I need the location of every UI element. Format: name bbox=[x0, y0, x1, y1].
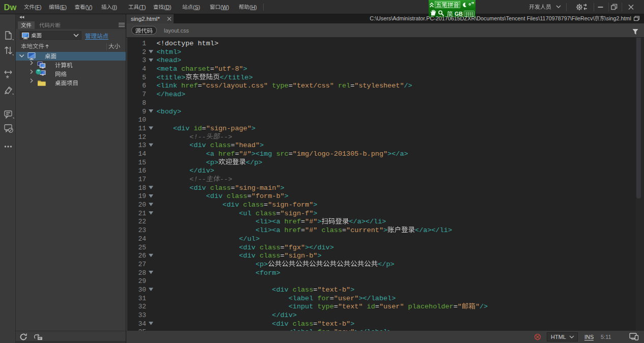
svg-text:=: = bbox=[301, 218, 305, 225]
svg-text:35: 35 bbox=[138, 328, 146, 336]
svg-text:href: href bbox=[181, 82, 198, 90]
svg-text:2: 2 bbox=[142, 48, 146, 56]
svg-text:=: = bbox=[198, 82, 202, 90]
svg-text:/>: /> bbox=[404, 82, 412, 90]
svg-text:(F): (F) bbox=[35, 4, 41, 10]
svg-text:27: 27 bbox=[138, 261, 146, 268]
svg-text:class: class bbox=[210, 141, 231, 149]
svg-text:1: 1 bbox=[142, 40, 146, 47]
svg-text:<div: <div bbox=[272, 286, 288, 294]
svg-text:<div: <div bbox=[206, 192, 222, 200]
svg-text:=: = bbox=[231, 184, 235, 192]
svg-text:for: for bbox=[317, 328, 329, 336]
svg-text:"utf-8": "utf-8" bbox=[214, 65, 243, 73]
svg-text:<p>: <p> bbox=[206, 159, 218, 166]
svg-text:26: 26 bbox=[138, 252, 146, 260]
svg-text:*: * bbox=[6, 74, 9, 83]
svg-text:<ul: <ul bbox=[239, 210, 251, 217]
svg-text:"sign-f": "sign-f" bbox=[281, 210, 314, 217]
svg-text:<link: <link bbox=[157, 82, 178, 90]
svg-text:>: > bbox=[317, 218, 321, 225]
svg-text:<div: <div bbox=[189, 141, 206, 149]
svg-text:"img/logo-201305-b.png": "img/logo-201305-b.png" bbox=[293, 150, 387, 158]
svg-text:10: 10 bbox=[138, 116, 146, 124]
svg-text:>: > bbox=[350, 320, 354, 328]
svg-text:=: = bbox=[454, 303, 458, 310]
svg-text:class: class bbox=[227, 192, 247, 200]
svg-text:29: 29 bbox=[138, 277, 146, 285]
svg-text:(I): (I) bbox=[112, 4, 117, 10]
svg-text:=: = bbox=[330, 328, 334, 336]
svg-text:class: class bbox=[260, 244, 281, 251]
svg-text:class: class bbox=[293, 286, 314, 294]
svg-text:-->: --> bbox=[220, 133, 232, 141]
svg-text:class: class bbox=[256, 210, 276, 217]
svg-text:charset: charset bbox=[181, 65, 210, 73]
svg-text:<!--: <!-- bbox=[189, 176, 206, 183]
svg-text:=: = bbox=[375, 303, 379, 310]
svg-text:20: 20 bbox=[138, 201, 146, 209]
svg-text:28: 28 bbox=[138, 269, 146, 277]
svg-text:=: = bbox=[210, 65, 214, 73]
svg-text:</p>: </p> bbox=[378, 261, 394, 268]
svg-text:=: = bbox=[231, 141, 235, 149]
svg-text:>: > bbox=[243, 65, 247, 73]
svg-text:><img: ><img bbox=[251, 150, 272, 158]
svg-text:12: 12 bbox=[138, 133, 146, 141]
svg-text:32: 32 bbox=[138, 303, 146, 310]
svg-text:7: 7 bbox=[142, 91, 146, 98]
svg-text:(T): (T) bbox=[139, 4, 146, 10]
svg-text:19: 19 bbox=[138, 192, 146, 200]
svg-text:(D): (D) bbox=[164, 4, 172, 10]
svg-text:"text-b": "text-b" bbox=[317, 320, 350, 328]
svg-text:=: = bbox=[264, 201, 268, 209]
svg-text:>: > bbox=[251, 125, 256, 132]
svg-text:”: ” bbox=[471, 1, 474, 8]
svg-text:"sign-b": "sign-b" bbox=[285, 252, 318, 260]
svg-text:<div: <div bbox=[239, 252, 256, 260]
svg-text:=: = bbox=[235, 150, 239, 158]
svg-text:layout.css: layout.css bbox=[164, 27, 189, 34]
svg-text:30: 30 bbox=[138, 286, 146, 294]
svg-text:<div: <div bbox=[173, 125, 189, 132]
svg-text:"user": "user" bbox=[334, 295, 359, 302]
svg-text:<label: <label bbox=[289, 328, 314, 336]
svg-text:=: = bbox=[281, 244, 285, 251]
svg-text:class: class bbox=[260, 252, 281, 260]
svg-text:(V): (V) bbox=[86, 4, 93, 10]
svg-text:(S): (S) bbox=[193, 4, 200, 10]
svg-text:C:\Users\Administrator.PC-2017: C:\Users\Administrator.PC-20170615DZXR\D… bbox=[370, 15, 594, 21]
svg-text:/>: /> bbox=[480, 303, 488, 310]
svg-text:=: = bbox=[301, 226, 305, 234]
svg-text:<head>: <head> bbox=[157, 56, 182, 64]
svg-text:></div>: ></div> bbox=[305, 244, 334, 251]
svg-text:>: > bbox=[313, 201, 317, 209]
svg-text:33: 33 bbox=[138, 311, 146, 319]
svg-text:</head>: </head> bbox=[157, 91, 186, 98]
svg-text:></label>: ></label> bbox=[354, 328, 391, 336]
svg-text:<meta: <meta bbox=[157, 65, 178, 73]
svg-text:href: href bbox=[285, 226, 301, 234]
svg-text:=: = bbox=[313, 320, 317, 328]
svg-text:": " bbox=[475, 303, 480, 310]
svg-text:<div: <div bbox=[189, 184, 206, 192]
svg-text:"text": "text" bbox=[338, 303, 363, 310]
svg-text:>: > bbox=[313, 210, 317, 217]
svg-text:<li><a: <li><a bbox=[256, 218, 281, 225]
svg-text:<p>: <p> bbox=[256, 261, 268, 268]
svg-text:15: 15 bbox=[138, 159, 146, 166]
svg-text:18: 18 bbox=[138, 184, 146, 192]
svg-text:class: class bbox=[293, 320, 314, 328]
svg-text:11: 11 bbox=[138, 125, 146, 132]
svg-text:"stylesheet": "stylesheet" bbox=[354, 82, 404, 90]
svg-text:<a: <a bbox=[206, 150, 214, 158]
svg-text:<div: <div bbox=[222, 201, 239, 209]
svg-text:class: class bbox=[322, 226, 343, 234]
svg-text:22: 22 bbox=[138, 218, 146, 225]
svg-text:"fgx": "fgx" bbox=[285, 244, 305, 251]
svg-text:href: href bbox=[285, 218, 301, 225]
svg-text:"css/layout.css": "css/layout.css" bbox=[202, 82, 268, 90]
svg-text:<label: <label bbox=[289, 295, 314, 302]
svg-text:=: = bbox=[247, 192, 251, 200]
svg-text:</ul>: </ul> bbox=[239, 235, 260, 243]
